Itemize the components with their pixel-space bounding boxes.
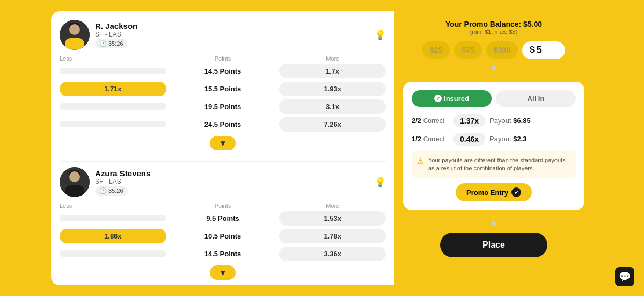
player-name-1: R. Jackson	[95, 21, 137, 31]
less-btn-1-1[interactable]	[60, 68, 166, 74]
player-team-2: SF - LAS	[95, 178, 150, 185]
less-btn-1-2[interactable]: 1.71x	[60, 82, 166, 96]
points-row-2-1: 9.5 Points 1.53x	[60, 211, 386, 226]
promo-entry-check-icon: ✓	[511, 187, 521, 197]
more-header-2: More	[279, 203, 386, 209]
lightbulb-icon-2[interactable]: 💡	[374, 176, 386, 188]
more-btn-1-4[interactable]: 7.26x	[279, 117, 386, 132]
warning-icon: ⚠	[417, 157, 424, 165]
points-row-2-3: 14.5 Points 3.36x	[60, 247, 386, 261]
payout-row-1: 2/2 Correct 1.37x Payout $6.85	[412, 114, 576, 127]
dollar-sign: $	[530, 45, 535, 55]
player-team-1: SF - LAS	[95, 31, 137, 38]
correct-2: 1/2 Correct	[412, 135, 449, 143]
points-row-1-3: 19.5 Points 3.1x	[60, 99, 386, 114]
time-badge-1: 🕐 35:26	[95, 39, 128, 48]
connector-top	[492, 66, 496, 75]
promo-entry-label: Promo Entry	[466, 189, 508, 197]
avatar-1	[60, 20, 90, 50]
warning-text: Your payouts are different than the stan…	[428, 156, 570, 173]
expand-btn-1[interactable]: ▾	[210, 136, 236, 150]
amount-input-wrapper: $ 5	[522, 41, 565, 59]
lightbulb-icon-1[interactable]: 💡	[374, 29, 386, 41]
promo-entry-button[interactable]: Promo Entry ✓	[456, 183, 532, 201]
points-header-2: Points	[170, 203, 276, 209]
multiplier-1: 1.37x	[453, 114, 485, 127]
more-btn-2-1[interactable]: 1.53x	[279, 211, 386, 226]
insured-label: Insured	[444, 95, 469, 103]
time-badge-2: 🕐 35:26	[95, 186, 128, 196]
more-btn-2-2[interactable]: 1.78x	[279, 229, 386, 243]
payout-label-text-2: Payout	[489, 135, 511, 143]
points-1-4: 24.5 Points	[170, 120, 276, 128]
amount-btn-300[interactable]: $300	[486, 41, 518, 59]
points-row-1-1: 14.5 Points 1.7x	[60, 64, 386, 78]
expand-btn-2[interactable]: ▾	[210, 265, 236, 280]
check-icon: ✓	[434, 95, 442, 102]
points-header: Points	[170, 55, 276, 62]
less-btn-1-4[interactable]	[60, 121, 166, 127]
clock-icon-1: 🕐	[99, 40, 107, 47]
chat-icon[interactable]: 💬	[615, 267, 634, 286]
clock-icon-2: 🕐	[99, 187, 107, 194]
less-header-2: Less	[60, 203, 166, 209]
less-btn-2-1[interactable]	[60, 215, 166, 221]
bet-tabs: ✓ Insured All In	[412, 90, 576, 107]
points-2-1: 9.5 Points	[170, 214, 276, 222]
place-button[interactable]: Place	[440, 233, 547, 257]
avatar-2	[60, 167, 90, 197]
less-btn-2-3[interactable]	[60, 250, 166, 257]
more-btn-1-2[interactable]: 1.93x	[279, 82, 386, 96]
less-header: Less	[60, 55, 166, 62]
amount-input-value: 5	[537, 45, 542, 56]
promo-balance-section: Your Promo Balance: $5.00 (min: $1, max:…	[445, 20, 542, 35]
bet-card: ✓ Insured All In 2/2 Correct 1.37x Payou…	[403, 82, 584, 211]
payout-label-text-1: Payout	[489, 117, 511, 125]
points-1-3: 19.5 Points	[170, 103, 276, 111]
promo-balance-sub: (min: $1, max: $5)	[445, 28, 542, 35]
points-row-2-2: 1.86x 10.5 Points 1.78x	[60, 229, 386, 243]
payout-label-1: Payout $6.85	[489, 117, 531, 125]
points-2-3: 14.5 Points	[170, 250, 276, 258]
player-card-2: Azura Stevens SF - LAS 🕐 35:26	[60, 167, 386, 280]
right-panel: Your Promo Balance: $5.00 (min: $1, max:…	[394, 11, 593, 285]
points-2-2: 10.5 Points	[170, 232, 276, 240]
promo-balance-label: Your Promo Balance: $5.00	[445, 20, 542, 28]
payout-row-2: 1/2 Correct 0.46x Payout $2.3	[412, 133, 576, 146]
warning-box: ⚠ Your payouts are different than the st…	[412, 151, 576, 178]
less-btn-2-2[interactable]: 1.86x	[60, 229, 166, 243]
less-btn-1-3[interactable]	[60, 103, 166, 110]
points-row-1-4: 24.5 Points 7.26x	[60, 117, 386, 132]
promo-entry-row: Promo Entry ✓	[412, 183, 576, 201]
amount-btn-25[interactable]: $25	[422, 41, 450, 59]
more-header: More	[279, 55, 386, 62]
payout-value-2: $2.3	[513, 135, 526, 143]
more-btn-2-3[interactable]: 3.36x	[279, 247, 386, 261]
amount-btn-75[interactable]: $75	[454, 41, 481, 59]
points-1-2: 15.5 Points	[170, 85, 276, 93]
more-btn-1-1[interactable]: 1.7x	[279, 64, 386, 78]
player-card-1: R. Jackson SF - LAS 🕐 35:26 💡	[60, 20, 386, 150]
multiplier-2: 0.46x	[453, 133, 485, 146]
player-name-2: Azura Stevens	[95, 169, 150, 178]
connector-bottom	[492, 216, 496, 226]
payout-label-2: Payout $2.3	[489, 135, 526, 143]
points-row-1-2: 1.71x 15.5 Points 1.93x	[60, 82, 386, 96]
more-btn-1-3[interactable]: 3.1x	[279, 99, 386, 114]
amount-buttons: $25 $75 $300 $ 5	[422, 41, 565, 59]
points-1-1: 14.5 Points	[170, 67, 276, 75]
left-panel: R. Jackson SF - LAS 🕐 35:26 💡	[51, 11, 394, 285]
payout-value-1: $6.85	[513, 117, 531, 125]
tab-insured[interactable]: ✓ Insured	[412, 90, 492, 107]
correct-1: 2/2 Correct	[412, 117, 449, 125]
tab-all-in[interactable]: All In	[496, 90, 576, 107]
player-list: R. Jackson SF - LAS 🕐 35:26 💡	[51, 11, 394, 285]
